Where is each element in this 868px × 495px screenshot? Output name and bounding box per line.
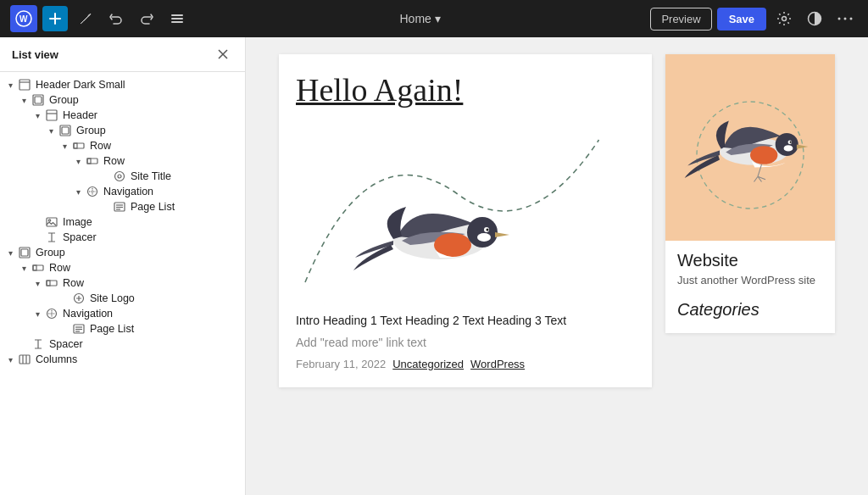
chevron-icon: ▾ xyxy=(3,81,17,90)
tree-item-site-logo[interactable]: Site Logo xyxy=(0,291,245,306)
svg-rect-18 xyxy=(74,143,84,148)
tree-label: Group xyxy=(49,94,79,106)
tree-item-page-list-2[interactable]: Page List xyxy=(0,321,245,336)
more-options-button[interactable] xyxy=(832,6,858,31)
widget-sidebar-block: Website Just another WordPress site Cate… xyxy=(665,54,835,333)
wp-logo-icon[interactable]: W xyxy=(10,5,37,32)
svg-point-8 xyxy=(844,18,847,20)
editor-canvas: Hello Again! xyxy=(246,37,868,495)
tree-item-row-1[interactable]: ▾ Row xyxy=(0,138,245,153)
category-link[interactable]: Uncategorized xyxy=(392,358,464,370)
svg-rect-32 xyxy=(21,249,28,256)
row-icon xyxy=(85,155,100,167)
svg-point-55 xyxy=(776,133,798,156)
tree-item-navigation-2[interactable]: ▾ Navigation xyxy=(0,306,245,321)
tree-item-page-list-1[interactable]: Page List xyxy=(0,199,245,214)
read-more-text: Add "read more" link text xyxy=(296,336,635,349)
spacer-icon xyxy=(31,338,46,350)
tree-item-row-4[interactable]: ▾ Row xyxy=(0,275,245,291)
header-icon xyxy=(44,109,59,121)
chevron-icon: ▾ xyxy=(3,248,17,258)
post-title: Hello Again! xyxy=(296,71,635,108)
edit-mode-button[interactable] xyxy=(73,6,98,31)
close-sidebar-button[interactable] xyxy=(213,44,233,64)
svg-rect-14 xyxy=(47,110,57,120)
settings-button[interactable] xyxy=(771,6,797,31)
chevron-icon: ▾ xyxy=(17,96,31,105)
svg-point-30 xyxy=(48,220,50,221)
tree-item-spacer-1[interactable]: Spacer xyxy=(0,230,245,245)
svg-point-58 xyxy=(784,145,793,151)
svg-rect-21 xyxy=(87,159,91,164)
style-button[interactable] xyxy=(802,6,827,31)
current-page-label: Home xyxy=(400,12,431,25)
page-list-icon xyxy=(112,201,127,213)
sidebar-title: List view xyxy=(12,48,58,61)
row-icon xyxy=(31,262,46,274)
post-footer: February 11, 2022 Uncategorized WordPres… xyxy=(296,358,635,370)
chevron-icon: ▾ xyxy=(58,142,71,151)
tree-label: Page List xyxy=(131,201,175,213)
tree-label: Page List xyxy=(90,323,134,335)
tree-item-row-3[interactable]: ▾ Row xyxy=(0,260,245,275)
post-date: February 11, 2022 xyxy=(296,358,386,370)
group-icon xyxy=(58,125,73,136)
tag-link[interactable]: WordPress xyxy=(470,358,525,370)
group-icon xyxy=(17,247,32,259)
tree-item-group-1[interactable]: ▾ Group xyxy=(0,92,245,108)
tree-item-row-2[interactable]: ▾ Row xyxy=(0,153,245,169)
widget-image-container xyxy=(665,54,835,241)
navigation-icon xyxy=(44,308,59,320)
save-button[interactable]: Save xyxy=(717,8,766,31)
columns-icon xyxy=(17,353,32,365)
svg-point-48 xyxy=(467,217,498,248)
svg-rect-43 xyxy=(19,355,30,364)
list-view-button[interactable] xyxy=(164,6,190,31)
tree-label: Row xyxy=(90,140,111,152)
tree-label: Row xyxy=(103,155,125,167)
undo-button[interactable] xyxy=(103,6,129,31)
bird-svg xyxy=(347,190,533,283)
svg-point-23 xyxy=(118,175,121,178)
svg-point-7 xyxy=(838,18,841,20)
tree-item-navigation-1[interactable]: ▾ Navigation xyxy=(0,184,245,199)
main-content-block[interactable]: Hello Again! xyxy=(279,54,652,387)
svg-rect-34 xyxy=(33,265,36,270)
svg-rect-33 xyxy=(33,265,43,270)
tree-label: Header xyxy=(63,109,97,121)
tree-item-group-2[interactable]: ▾ Group xyxy=(0,123,245,138)
toolbar: W Home ▾ Preview Save xyxy=(0,0,868,37)
chevron-icon: ▾ xyxy=(17,264,31,273)
svg-rect-20 xyxy=(87,159,97,164)
svg-rect-10 xyxy=(19,80,30,90)
add-block-button[interactable] xyxy=(42,6,68,31)
chevron-icon: ▾ xyxy=(3,355,17,364)
preview-button[interactable]: Preview xyxy=(650,8,711,31)
svg-point-57 xyxy=(790,142,792,143)
row-icon xyxy=(71,140,86,152)
tree-item-header-dark-small[interactable]: ▾ Header Dark Small xyxy=(0,77,245,92)
categories-heading: Categories xyxy=(677,300,823,320)
tree-item-group-3[interactable]: ▾ Group xyxy=(0,245,245,260)
block-icon xyxy=(17,79,32,91)
tree-label: Columns xyxy=(36,353,77,365)
widget-site-title: Website xyxy=(677,251,823,270)
page-selector-dropdown[interactable]: Home ▾ xyxy=(392,7,449,31)
toolbar-right: Preview Save xyxy=(650,6,858,31)
tree-label: Row xyxy=(63,277,84,289)
tree-item-header[interactable]: ▾ Header xyxy=(0,108,245,123)
navigation-icon xyxy=(85,186,100,197)
tree-item-site-title[interactable]: Site Title xyxy=(0,169,245,184)
svg-rect-19 xyxy=(74,143,77,148)
svg-point-50 xyxy=(487,229,489,231)
svg-rect-4 xyxy=(171,21,183,23)
svg-rect-13 xyxy=(35,97,42,103)
chevron-icon: ▾ xyxy=(44,126,58,136)
tree-item-spacer-2[interactable]: Spacer xyxy=(0,336,245,352)
tree-item-image[interactable]: Image xyxy=(0,214,245,230)
tree-item-columns[interactable]: ▾ Columns xyxy=(0,352,245,367)
redo-button[interactable] xyxy=(134,6,159,31)
block-tree: ▾ Header Dark Small ▾ Group ▾ xyxy=(0,72,245,495)
tree-label: Row xyxy=(49,262,70,274)
site-title-icon xyxy=(112,170,127,182)
